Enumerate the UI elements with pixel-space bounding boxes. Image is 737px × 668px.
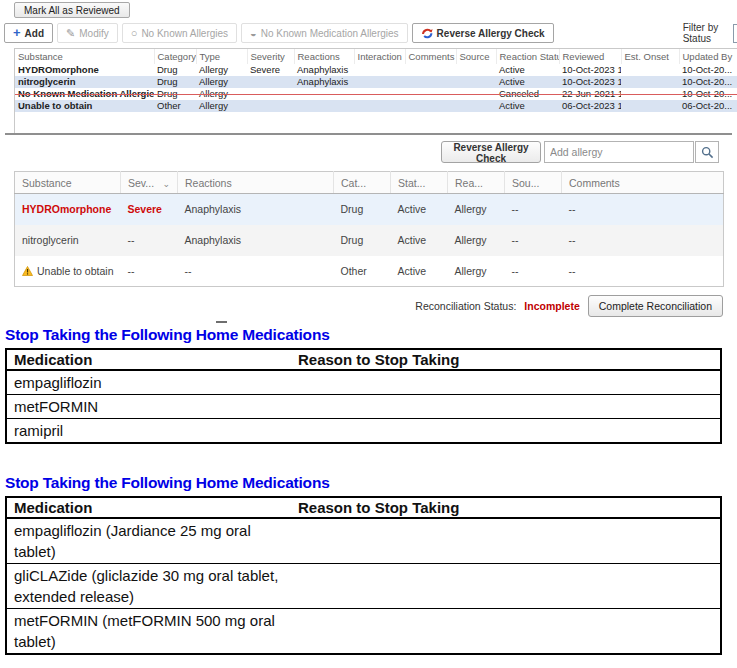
medication-cell: empagliflozin <box>6 370 291 395</box>
col-comments[interactable]: Comments <box>562 172 724 194</box>
medication-cell: gliCLAZide (gliclazide 30 mg oral tablet… <box>6 564 291 609</box>
grid-cell <box>456 100 496 112</box>
grid-cell <box>621 76 679 88</box>
grid-cell: 10-Oct-2023 1... <box>559 76 621 88</box>
substance-cell: Unable to obtain <box>15 256 121 287</box>
add-allergy-input[interactable] <box>544 141 694 163</box>
add-button[interactable]: + Add <box>4 23 53 43</box>
col-severity[interactable]: Sev...⌄ <box>121 172 178 194</box>
no-known-allergies-button[interactable]: ○ No Known Allergies <box>122 23 237 43</box>
grid-cell <box>354 76 405 88</box>
grid-cell: 06-Oct-20... <box>679 100 737 112</box>
chevron-down-icon[interactable]: ⌄ <box>162 179 170 189</box>
reason-cell <box>291 370 721 395</box>
filter-status-select[interactable]: All ⌄ <box>733 24 737 43</box>
col-reason-to-stop: Reason to Stop Taking <box>291 497 721 518</box>
substance-cell: HYDROmorphone <box>15 194 121 225</box>
no-known-medication-allergies-button[interactable]: ◒ No Known Medication Allergies <box>241 23 408 43</box>
reverse-check-icon <box>421 27 433 39</box>
medication-row: metFORMIN <box>6 395 721 419</box>
col-reaction-type[interactable]: Rea... <box>448 172 505 194</box>
grid-cell: Drug <box>154 64 196 76</box>
recon-table-row[interactable]: Unable to obtain----OtherActiveAllergy--… <box>15 256 724 287</box>
plus-icon: + <box>13 28 21 38</box>
grid-cell <box>294 100 354 112</box>
circle-pill-icon: ◒ <box>250 28 257 38</box>
category-cell: Drug <box>334 225 391 256</box>
medication-row: metFORMIN (metFORMIN 500 mg oral tablet) <box>6 609 721 655</box>
substance-cell: nitroglycerin <box>15 76 154 88</box>
allergy-grid-row[interactable]: nitroglycerinDrugAllergyAnaphylaxisActiv… <box>15 76 737 88</box>
reactions-cell: Anaphylaxis <box>178 194 334 225</box>
col-reactions[interactable]: Reactions <box>178 172 334 194</box>
reason-cell <box>291 395 721 419</box>
no-known-medication-allergies-label: No Known Medication Allergies <box>261 28 399 39</box>
reaction-type-cell: Allergy <box>448 225 505 256</box>
stop-taking-table-2: Medication Reason to Stop Taking empagli… <box>5 496 722 655</box>
report-header-row: Medication Reason to Stop Taking <box>6 349 721 370</box>
reason-cell <box>291 609 721 655</box>
reverse-allergy-check-label: Reverse Allergy Check <box>437 28 545 39</box>
category-cell: Other <box>334 256 391 287</box>
col-est-onset[interactable]: Est. Onset <box>621 49 679 64</box>
section-divider <box>5 133 732 135</box>
col-comments[interactable]: Comments <box>405 49 456 64</box>
grid-cell: Anaphylaxis <box>294 64 354 76</box>
stop-taking-table-1: Medication Reason to Stop Taking empagli… <box>5 348 722 444</box>
filter-by-status-label: Filter by Status <box>683 22 727 44</box>
medication-cell: metFORMIN (metFORMIN 500 mg oral tablet) <box>6 609 291 655</box>
col-status[interactable]: Stat... <box>391 172 448 194</box>
col-category[interactable]: Category <box>154 49 196 64</box>
grid-cell: 06-Oct-2023 1... <box>559 100 621 112</box>
recon-table-row[interactable]: nitroglycerin--AnaphylaxisDrugActiveAlle… <box>15 225 724 256</box>
col-updated-by[interactable]: Updated By <box>679 49 737 64</box>
source-cell: -- <box>505 256 562 287</box>
col-medication: Medication <box>6 349 291 370</box>
medication-row: empagliflozin <box>6 370 721 395</box>
complete-reconciliation-button[interactable]: Complete Reconciliation <box>588 295 723 317</box>
grid-cell: 10-Oct-2023 1... <box>559 64 621 76</box>
col-reactions[interactable]: Reactions <box>294 49 354 64</box>
col-source[interactable]: Source <box>456 49 496 64</box>
allergy-grid-row[interactable]: Unable to obtainOtherAllergyActive06-Oct… <box>15 100 737 112</box>
comments-cell: -- <box>562 194 724 225</box>
search-button[interactable] <box>695 141 719 163</box>
col-type[interactable]: Type <box>196 49 247 64</box>
grid-cell: Allergy <box>196 100 247 112</box>
col-severity[interactable]: Severity <box>247 49 294 64</box>
grid-cell: Allergy <box>196 76 247 88</box>
col-interaction[interactable]: Interaction <box>354 49 405 64</box>
col-reaction-status[interactable]: Reaction Status <box>496 49 559 64</box>
reason-cell <box>291 518 721 564</box>
grid-cell <box>405 100 456 112</box>
grid-cell <box>354 100 405 112</box>
recon-table-row[interactable]: HYDROmorphoneSevereAnaphylaxisDrugActive… <box>15 194 724 225</box>
reverse-allergy-check-button-2[interactable]: Reverse Allergy Check <box>441 141 541 163</box>
status-cell: Active <box>391 194 448 225</box>
col-reason-to-stop: Reason to Stop Taking <box>291 349 721 370</box>
mark-all-reviewed-button[interactable]: Mark All as Reviewed <box>14 2 130 18</box>
col-substance[interactable]: Substance <box>15 172 121 194</box>
medication-row: gliCLAZide (gliclazide 30 mg oral tablet… <box>6 564 721 609</box>
allergy-grid-row[interactable]: HYDROmorphoneDrugAllergySevereAnaphylaxi… <box>15 64 737 76</box>
grid-cell: Active <box>496 64 559 76</box>
col-reviewed[interactable]: Reviewed <box>559 49 621 64</box>
col-category[interactable]: Cat... <box>334 172 391 194</box>
grid-cell: Active <box>496 76 559 88</box>
reverse-allergy-check-button[interactable]: Reverse Allergy Check <box>412 23 554 43</box>
search-icon <box>701 146 714 159</box>
modify-button[interactable]: ✎ Modify <box>57 23 118 43</box>
reaction-type-cell: Allergy <box>448 256 505 287</box>
source-cell: -- <box>505 194 562 225</box>
grid-cell <box>456 76 496 88</box>
grid-cell: Active <box>496 100 559 112</box>
reactions-cell: Anaphylaxis <box>178 225 334 256</box>
status-cell: Active <box>391 256 448 287</box>
allergy-grid-body: HYDROmorphoneDrugAllergySevereAnaphylaxi… <box>15 64 737 112</box>
col-source[interactable]: Sou... <box>505 172 562 194</box>
col-substance[interactable]: Substance <box>15 49 154 64</box>
grid-cell: 10-Oct-20... <box>679 76 737 88</box>
recon-table-body: HYDROmorphoneSevereAnaphylaxisDrugActive… <box>15 194 724 287</box>
grid-cell: 10-Oct-20... <box>679 64 737 76</box>
grid-cell: Severe <box>247 64 294 76</box>
